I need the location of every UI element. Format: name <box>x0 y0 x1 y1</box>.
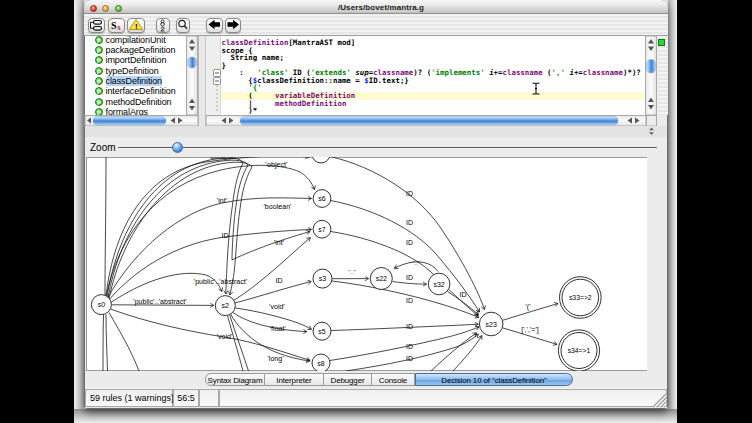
svg-text:''..'': ''..'' <box>348 269 355 275</box>
svg-text:ID: ID <box>406 323 413 330</box>
svg-text:'int': 'int' <box>217 197 227 204</box>
svg-text:ID: ID <box>406 219 413 226</box>
svg-text:s8: s8 <box>317 360 325 367</box>
svg-text:'long': 'long' <box>267 355 283 363</box>
svg-text:'boolean': 'boolean' <box>263 203 291 210</box>
svg-text:'int': 'int' <box>274 239 284 246</box>
svg-text:ID: ID <box>459 291 466 298</box>
svg-text:ID: ID <box>406 274 413 281</box>
svg-text:'public'..'abstract': 'public'..'abstract' <box>194 278 247 286</box>
svg-text:s0: s0 <box>98 301 106 308</box>
svg-text:'object': 'object' <box>266 161 288 169</box>
svg-text:s7: s7 <box>318 226 326 233</box>
svg-text:s3: s3 <box>319 275 327 282</box>
svg-text:s34=>1: s34=>1 <box>568 347 591 354</box>
svg-text:''..'': ''..'' <box>412 260 419 266</box>
svg-text:'public'..'abstract': 'public'..'abstract' <box>133 298 186 306</box>
svg-text:ID: ID <box>406 239 413 246</box>
svg-text:ID: ID <box>221 232 228 239</box>
svg-text:ID: ID <box>406 190 413 197</box>
svg-text:'float': 'float' <box>270 325 286 332</box>
svg-text:'boolean': 'boolean' <box>209 157 237 160</box>
svg-text:ID: ID <box>406 297 413 304</box>
svg-text:ID: ID <box>406 343 413 350</box>
svg-text:'void': 'void' <box>217 333 233 340</box>
svg-text:'void': 'void' <box>269 303 285 310</box>
svg-text:s2: s2 <box>222 302 230 309</box>
svg-text:'(': '(' <box>525 303 530 311</box>
svg-text:ID: ID <box>406 355 413 362</box>
svg-text:[',','=']: [',','='] <box>521 326 539 334</box>
svg-text:s22: s22 <box>376 275 387 282</box>
svg-text:s23: s23 <box>486 321 497 328</box>
svg-text:s6: s6 <box>318 195 326 202</box>
svg-text:s5: s5 <box>318 328 326 335</box>
svg-text:s32: s32 <box>433 281 444 288</box>
svg-text:ID: ID <box>275 277 282 284</box>
svg-text:s33=>2: s33=>2 <box>569 294 592 301</box>
